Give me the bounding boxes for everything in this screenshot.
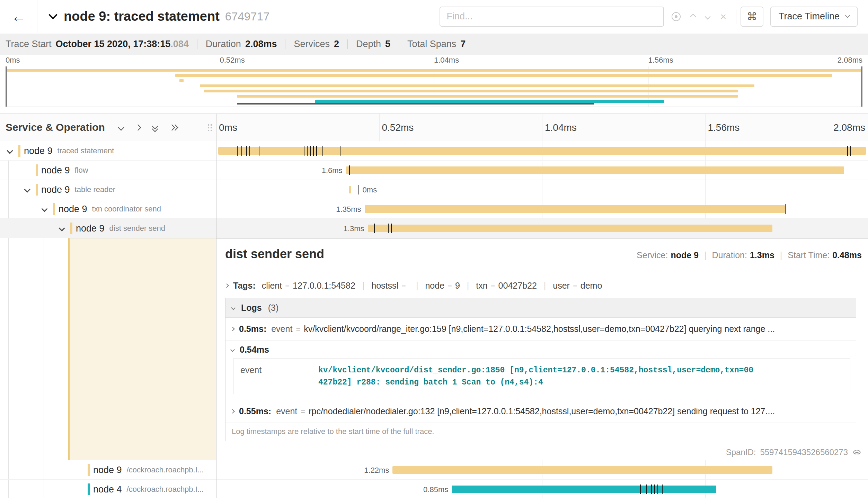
find-clear-icon[interactable]: × <box>720 11 726 22</box>
search-focus-icon[interactable] <box>672 12 681 21</box>
trace-start-ms: .084 <box>170 39 189 49</box>
span-row[interactable]: node 9/cockroach.roachpb.I...1.22ms <box>0 460 868 480</box>
service-label-block: node 9dist sender send <box>70 223 165 234</box>
minimap-axis-label: 0.52ms <box>220 56 245 65</box>
span-row[interactable]: node 9txn coordinator send1.35ms <box>0 199 868 219</box>
expander-icon[interactable] <box>41 206 47 212</box>
tag-key: user <box>553 281 570 291</box>
equals-sign: = <box>296 325 300 334</box>
service-name: node 9 <box>41 165 70 176</box>
log-tick <box>307 146 308 156</box>
logs-accordion: Logs (3) 0.5ms:event=kv/kvclient/kvcoord… <box>225 298 856 441</box>
service-name: node 9 <box>93 465 122 476</box>
find-next-icon[interactable] <box>705 13 711 19</box>
operation-name: traced statement <box>57 146 114 155</box>
logs-title: Logs <box>241 303 262 313</box>
service-label-block: node 9traced statement <box>18 145 114 157</box>
span-duration-label: 1.35ms <box>282 205 361 214</box>
log-field-key: event <box>271 324 292 334</box>
span-duration-label: 1.22ms <box>309 466 389 475</box>
logs-body: 0.5ms:event=kv/kvclient/kvcoord/range_it… <box>225 318 856 423</box>
span-row[interactable]: node 9flow1.6ms <box>0 161 868 180</box>
trace-view-selector[interactable]: Trace Timeline <box>770 7 858 27</box>
find-prev-icon[interactable] <box>690 13 696 19</box>
expand-all-icon[interactable] <box>170 125 177 130</box>
services-label: Services <box>294 39 330 49</box>
keyboard-shortcuts-button[interactable]: ⌘ <box>741 7 763 27</box>
span-timeline: 1.3ms <box>216 219 868 238</box>
collapse-controls <box>119 124 177 131</box>
log-entry[interactable]: 0.55ms:event=rpc/nodedialer/nodedialer.g… <box>225 400 856 423</box>
minimap-left-scrubber[interactable] <box>6 66 7 107</box>
find-input[interactable] <box>440 7 664 27</box>
indent-guide <box>44 219 44 498</box>
tags-row[interactable]: Tags: client=127.0.0.1:54582|hostssl=|no… <box>225 281 602 291</box>
tag: client=127.0.0.1:54582 <box>262 281 355 291</box>
expander-icon[interactable] <box>59 225 65 231</box>
span-bar[interactable] <box>365 205 785 213</box>
minimap-axis-label: 0ms <box>6 56 20 65</box>
detail-title: dist sender send <box>225 247 324 261</box>
collapse-all-icon[interactable] <box>153 124 157 131</box>
span-duration-label: 1.6ms <box>263 166 343 175</box>
log-field: event=rpc/nodedialer/nodedialer.go:132 [… <box>276 406 850 416</box>
log-entry[interactable]: 0.5ms:event=kv/kvclient/kvcoord/range_it… <box>225 318 856 341</box>
detail-meta: Service:node 9 | Duration:1.3ms | Start … <box>637 250 862 260</box>
equals-sign: = <box>401 282 406 291</box>
logs-count: (3) <box>268 303 279 313</box>
span-bar[interactable] <box>346 166 844 174</box>
span-bar[interactable] <box>452 486 716 493</box>
span-row[interactable]: node 9dist sender send1.3ms <box>0 219 868 238</box>
span-bar[interactable] <box>218 147 866 155</box>
detail-service-value: node 9 <box>671 250 699 260</box>
minimap-span-bar <box>175 74 832 77</box>
back-button[interactable]: ← <box>0 0 37 33</box>
panel-resize-grip[interactable] <box>208 124 209 126</box>
minimap-canvas[interactable] <box>6 66 862 107</box>
minimap-span-bar <box>237 95 738 98</box>
log-tick <box>322 146 323 156</box>
log-timestamp: 0.55ms: <box>239 406 271 416</box>
span-row[interactable]: node 9traced statement <box>0 141 868 161</box>
log-tick <box>310 146 311 156</box>
back-arrow-icon: ← <box>11 8 26 25</box>
log-entry[interactable]: 0.54ms <box>225 341 856 359</box>
span-timeline: 0.85ms <box>216 480 868 498</box>
log-tick <box>646 485 647 494</box>
duration-value: 2.08ms <box>245 39 277 49</box>
span-timeline: 1.35ms <box>216 199 868 219</box>
log-tick <box>662 485 663 494</box>
tag-value: 00427b22 <box>498 281 537 291</box>
log-field-value: kv/kvclient/kvcoord/dist_sender.go:1850 … <box>318 359 762 394</box>
expander-icon[interactable] <box>7 147 13 154</box>
trace-id: 6749717 <box>225 10 269 23</box>
panel-divider[interactable] <box>216 114 216 498</box>
equals-sign: = <box>448 282 452 291</box>
log-tick <box>358 185 359 194</box>
log-field-key: event <box>276 406 297 416</box>
log-tick <box>246 146 247 156</box>
logs-header[interactable]: Logs (3) <box>225 298 856 318</box>
log-tick <box>259 146 259 156</box>
timeline-axis-label: 0.52ms <box>382 122 414 133</box>
minimap-axis-label: 1.04ms <box>434 56 459 65</box>
log-tick <box>237 146 238 156</box>
deep-link-icon[interactable] <box>852 447 862 457</box>
services-value: 2 <box>334 39 339 49</box>
service-name: node 9 <box>24 146 53 156</box>
expander-icon[interactable] <box>24 186 30 192</box>
span-bar[interactable] <box>392 466 772 474</box>
span-bar[interactable] <box>349 186 351 193</box>
span-row[interactable]: node 4/cockroach.roachpb.I...0.85ms <box>0 480 868 498</box>
span-row[interactable]: node 9table reader0ms <box>0 180 868 199</box>
collapse-one-icon[interactable] <box>118 124 124 130</box>
chevron-down-icon[interactable] <box>48 10 57 19</box>
detail-start-time-value: 0.48ms <box>832 250 862 260</box>
tags-label: Tags: <box>233 281 256 291</box>
span-timeline <box>216 141 868 161</box>
span-bar[interactable] <box>368 225 773 232</box>
minimap-right-scrubber[interactable] <box>861 66 862 107</box>
expand-one-icon[interactable] <box>135 124 141 130</box>
minimap-span-bar <box>7 69 861 72</box>
timeline-header: Service & Operation 0ms0.52ms1.04ms1.56m… <box>0 114 868 141</box>
